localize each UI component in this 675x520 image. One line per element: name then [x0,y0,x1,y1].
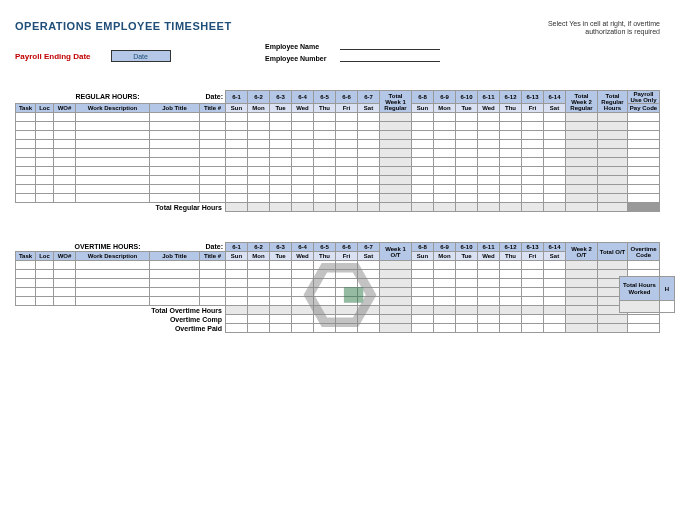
footer-h-header: H [660,277,675,301]
total-hours-worked-header: Total Hours Worked [620,277,660,301]
date-6-10: 6-10 [456,91,478,104]
dow-wed-2: Wed [478,104,500,113]
payroll-use-header: Payroll Use Only [628,91,660,104]
table-row[interactable] [16,261,660,270]
total-overtime-label: Total Overtime Hours [16,306,226,315]
overtime-note: Select Yes in cell at right, if overtime… [548,20,660,37]
total-regular-hours-header: Total Regular Hours [598,91,628,113]
ot-date-6-7: 6-7 [358,243,380,252]
overtime-paid-row: Overtime Paid [16,324,660,333]
ot-dow-fri-2: Fri [522,252,544,261]
employee-name-label: Employee Name [265,43,340,50]
ot-dow-thu: Thu [314,252,336,261]
table-row[interactable] [16,176,660,185]
ot-col-task: Task [16,252,36,261]
ot-date-6-6: 6-6 [336,243,358,252]
ot-date-6-3: 6-3 [270,243,292,252]
date-6-3: 6-3 [270,91,292,104]
table-row[interactable] [16,113,660,122]
employee-name-field[interactable] [340,41,440,50]
regular-hours-table: REGULAR HOURS: Date: 6-1 6-2 6-3 6-4 6-5… [15,90,660,212]
total-regular-row: Total Regular Hours [16,203,660,212]
table-row[interactable] [16,140,660,149]
payroll-ending-date-field[interactable]: Date [111,50,171,62]
ot-date-6-10: 6-10 [456,243,478,252]
dow-tue-2: Tue [456,104,478,113]
date-6-12: 6-12 [500,91,522,104]
ot-dow-tue-2: Tue [456,252,478,261]
ot-col-titlenum: Title # [200,252,226,261]
employee-number-label: Employee Number [265,55,340,62]
dow-sun: Sun [226,104,248,113]
ot-dow-fri: Fri [336,252,358,261]
dow-sun-2: Sun [412,104,434,113]
date-label: Date: [200,91,226,104]
note-line-2: authorization is required [548,28,660,36]
table-row[interactable] [16,194,660,203]
col-wo: WO# [54,104,76,113]
ot-col-desc: Work Description [76,252,150,261]
total-regular-label: Total Regular Hours [16,203,226,212]
ot-date-6-2: 6-2 [248,243,270,252]
overtime-hours-table: OVERTIME HOURS: Date: 6-1 6-2 6-3 6-4 6-… [15,242,660,333]
overtime-hours-title: OVERTIME HOURS: [74,243,140,250]
dow-fri-2: Fri [522,104,544,113]
date-6-13: 6-13 [522,91,544,104]
ot-dow-wed: Wed [292,252,314,261]
ot-dow-thu-2: Thu [500,252,522,261]
payroll-ending-date-label: Payroll Ending Date [15,52,91,61]
dow-mon: Mon [248,104,270,113]
col-desc: Work Description [76,104,150,113]
table-row[interactable] [16,185,660,194]
overtime-comp-row: Overtime Comp [16,315,660,324]
dow-fri: Fri [336,104,358,113]
footer-summary: Total Hours Worked H [619,276,675,313]
ot-col-job: Job Title [150,252,200,261]
week2-ot-header: Week 2 O/T [566,243,598,261]
paycode-header: Pay Code [628,104,660,113]
table-row[interactable] [16,158,660,167]
overtime-paid-label: Overtime Paid [16,324,226,333]
col-loc: Loc [36,104,54,113]
table-row[interactable] [16,131,660,140]
ot-dow-sat: Sat [358,252,380,261]
date-6-2: 6-2 [248,91,270,104]
date-6-6: 6-6 [336,91,358,104]
dow-thu-2: Thu [500,104,522,113]
date-6-1: 6-1 [226,91,248,104]
total-week2-header: Total Week 2 Regular [566,91,598,113]
table-row[interactable] [16,288,660,297]
dow-sat: Sat [358,104,380,113]
table-row[interactable] [16,149,660,158]
date-6-9: 6-9 [434,91,456,104]
dow-mon-2: Mon [434,104,456,113]
dow-sat-2: Sat [544,104,566,113]
employee-number-field[interactable] [340,53,440,62]
table-row[interactable] [16,167,660,176]
ot-date-6-14: 6-14 [544,243,566,252]
ot-dow-sun-2: Sun [412,252,434,261]
ot-dow-sat-2: Sat [544,252,566,261]
regular-hours-title: REGULAR HOURS: [75,93,139,100]
table-row[interactable] [16,122,660,131]
date-6-7: 6-7 [358,91,380,104]
table-row[interactable] [16,279,660,288]
ot-dow-mon: Mon [248,252,270,261]
total-ot-header: Total O/T [598,243,628,261]
date-6-5: 6-5 [314,91,336,104]
note-line-1: Select Yes in cell at right, if overtime [548,20,660,28]
ot-date-6-5: 6-5 [314,243,336,252]
overtime-comp-label: Overtime Comp [16,315,226,324]
table-row[interactable] [16,297,660,306]
ot-dow-wed-2: Wed [478,252,500,261]
ot-date-6-12: 6-12 [500,243,522,252]
col-job: Job Title [150,104,200,113]
ot-date-6-13: 6-13 [522,243,544,252]
total-overtime-row: Total Overtime Hours [16,306,660,315]
date-label-ot: Date: [200,243,226,252]
ot-dow-mon-2: Mon [434,252,456,261]
ot-date-6-8: 6-8 [412,243,434,252]
ot-col-wo: WO# [54,252,76,261]
date-6-8: 6-8 [412,91,434,104]
table-row[interactable] [16,270,660,279]
